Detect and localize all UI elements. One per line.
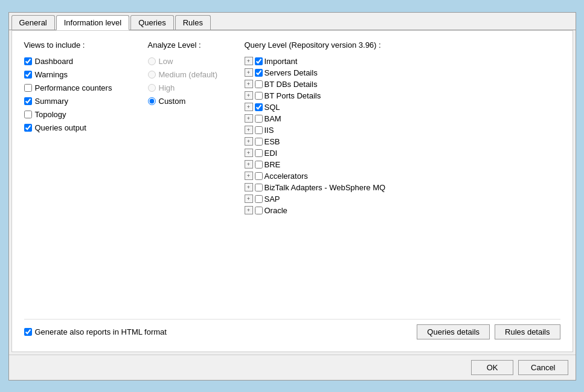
ok-button[interactable]: OK	[471, 360, 513, 375]
sap-checkbox[interactable]	[255, 195, 263, 203]
sql-label[interactable]: SQL	[265, 103, 280, 112]
esb-checkbox[interactable]	[255, 138, 263, 146]
main-window: General Information level Queries Rules …	[8, 12, 576, 381]
btports-checkbox[interactable]	[255, 92, 263, 100]
important-checkbox[interactable]	[255, 57, 263, 65]
btdbs-checkbox[interactable]	[255, 80, 263, 88]
analyze-medium-row: Medium (default)	[148, 70, 245, 79]
query-btdbs-row: + BT DBs Details	[245, 80, 560, 89]
queries-output-label[interactable]: Queries output	[35, 123, 86, 132]
bam-label[interactable]: BAM	[265, 114, 281, 123]
btdbs-label[interactable]: BT DBs Details	[265, 80, 318, 89]
queries-details-button[interactable]: Queries details	[417, 324, 490, 339]
view-perf-row: Performance counters	[24, 83, 142, 92]
btports-label[interactable]: BT Ports Details	[265, 91, 321, 100]
warnings-label[interactable]: Warnings	[35, 70, 68, 79]
warnings-checkbox[interactable]	[24, 71, 32, 79]
query-title: Query Level (Repository version 3.96) :	[245, 40, 560, 50]
iis-label[interactable]: IIS	[265, 126, 274, 135]
sql-checkbox[interactable]	[255, 103, 263, 111]
query-bam-row: + BAM	[245, 114, 560, 123]
bre-checkbox[interactable]	[255, 161, 263, 169]
query-esb-row: + ESB	[245, 137, 560, 146]
analyze-custom-label[interactable]: Custom	[159, 97, 186, 106]
content-area: Views to include : Dashboard Warnings Pe…	[11, 30, 573, 352]
expand-sap-icon[interactable]: +	[245, 194, 253, 203]
query-edi-row: + EDI	[245, 149, 560, 158]
topology-label[interactable]: Topology	[35, 110, 66, 119]
html-format-label[interactable]: Generate also reports in HTML format	[35, 327, 167, 336]
perf-label[interactable]: Performance counters	[35, 83, 112, 92]
analyze-medium-label[interactable]: Medium (default)	[159, 70, 218, 79]
rules-details-button[interactable]: Rules details	[495, 324, 560, 339]
accelerators-label[interactable]: Accelerators	[265, 172, 308, 181]
iis-checkbox[interactable]	[255, 126, 263, 134]
bre-label[interactable]: BRE	[265, 160, 281, 169]
servers-label[interactable]: Servers Details	[265, 68, 318, 77]
analyze-low-radio[interactable]	[148, 57, 156, 65]
analyze-medium-radio[interactable]	[148, 71, 156, 79]
view-topology-row: Topology	[24, 110, 142, 119]
sap-label[interactable]: SAP	[265, 194, 280, 204]
query-btports-row: + BT Ports Details	[245, 91, 560, 100]
edi-label[interactable]: EDI	[265, 149, 278, 158]
expand-oracle-icon[interactable]: +	[245, 206, 253, 214]
bottom-bar: Generate also reports in HTML format Que…	[24, 319, 560, 342]
analyze-low-label[interactable]: Low	[159, 57, 173, 66]
analyze-high-label[interactable]: High	[159, 83, 175, 92]
tab-queries[interactable]: Queries	[130, 15, 174, 30]
tab-rules[interactable]: Rules	[175, 15, 211, 30]
oracle-label[interactable]: Oracle	[265, 206, 287, 215]
important-label[interactable]: Important	[265, 57, 298, 66]
view-warnings-row: Warnings	[24, 70, 142, 79]
dashboard-checkbox[interactable]	[24, 57, 32, 65]
bam-checkbox[interactable]	[255, 115, 263, 123]
expand-iis-icon[interactable]: +	[245, 126, 253, 134]
dashboard-label[interactable]: Dashboard	[35, 57, 74, 66]
accelerators-checkbox[interactable]	[255, 172, 263, 180]
expand-important-icon[interactable]: +	[245, 57, 253, 65]
cancel-button[interactable]: Cancel	[518, 360, 568, 375]
servers-checkbox[interactable]	[255, 69, 263, 77]
expand-btdbs-icon[interactable]: +	[245, 80, 253, 88]
biztalk-label[interactable]: BizTalk Adapters - WebSphere MQ	[265, 183, 386, 192]
html-format-checkbox[interactable]	[24, 328, 32, 336]
tab-bar: General Information level Queries Rules	[9, 13, 576, 30]
expand-sql-icon[interactable]: +	[245, 103, 253, 111]
expand-bre-icon[interactable]: +	[245, 160, 253, 169]
view-queries-row: Queries output	[24, 123, 142, 132]
query-bre-row: + BRE	[245, 160, 560, 169]
oracle-checkbox[interactable]	[255, 207, 263, 214]
queries-output-checkbox[interactable]	[24, 124, 32, 132]
summary-label[interactable]: Summary	[35, 97, 69, 106]
topology-checkbox[interactable]	[24, 111, 32, 118]
views-section: Views to include : Dashboard Warnings Pe…	[24, 40, 142, 313]
expand-edi-icon[interactable]: +	[245, 149, 253, 157]
expand-esb-icon[interactable]: +	[245, 137, 253, 146]
tab-information-level[interactable]: Information level	[56, 15, 129, 30]
query-sql-row: + SQL	[245, 103, 560, 112]
expand-bam-icon[interactable]: +	[245, 114, 253, 123]
esb-label[interactable]: ESB	[265, 137, 280, 146]
view-summary-row: Summary	[24, 97, 142, 106]
analyze-section: Analyze Level : Low Medium (default) Hig…	[142, 40, 245, 313]
tab-general[interactable]: General	[11, 15, 55, 30]
analyze-low-row: Low	[148, 57, 245, 66]
expand-servers-icon[interactable]: +	[245, 68, 253, 77]
view-dashboard-row: Dashboard	[24, 57, 142, 66]
expand-accelerators-icon[interactable]: +	[245, 172, 253, 180]
query-biztalk-row: + BizTalk Adapters - WebSphere MQ	[245, 183, 560, 192]
query-iis-row: + IIS	[245, 126, 560, 135]
main-content: Views to include : Dashboard Warnings Pe…	[24, 40, 560, 313]
html-format-row: Generate also reports in HTML format	[24, 327, 167, 336]
expand-btports-icon[interactable]: +	[245, 91, 253, 100]
analyze-custom-radio[interactable]	[148, 97, 156, 105]
analyze-high-radio[interactable]	[148, 84, 156, 92]
edi-checkbox[interactable]	[255, 149, 263, 157]
footer-bar: OK Cancel	[9, 355, 576, 380]
expand-biztalk-icon[interactable]: +	[245, 183, 253, 191]
summary-checkbox[interactable]	[24, 97, 32, 105]
analyze-title: Analyze Level :	[148, 40, 245, 50]
perf-checkbox[interactable]	[24, 84, 32, 92]
biztalk-checkbox[interactable]	[255, 184, 263, 191]
